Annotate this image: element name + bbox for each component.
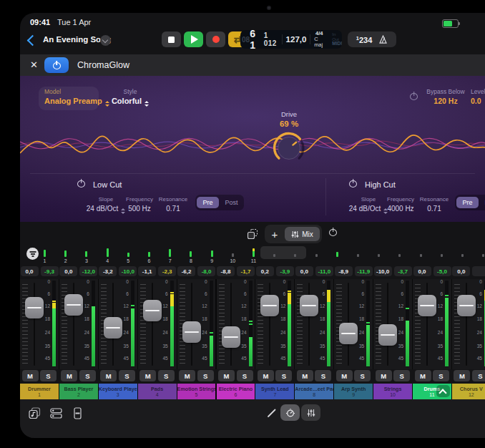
high-cut-power-icon[interactable] (349, 180, 357, 188)
track-name-tab[interactable]: Chorus V 12 (452, 384, 485, 399)
peak-readout[interactable]: -5,0 (433, 266, 451, 276)
lcd-dim-digits: 08 (242, 36, 250, 44)
routing-button[interactable] (47, 405, 64, 421)
mute-button[interactable]: M (454, 370, 470, 381)
count-in-button[interactable]: 1234 (356, 35, 373, 44)
solo-button[interactable]: S (40, 370, 57, 381)
stop-button[interactable] (162, 31, 181, 47)
play-button[interactable] (184, 31, 203, 47)
metronome-icon[interactable] (378, 35, 388, 44)
resonance-value[interactable]: 0.71 (150, 205, 197, 213)
mute-button[interactable]: M (22, 370, 39, 381)
peak-readout[interactable]: -12,0 (79, 266, 97, 276)
track-name-tab[interactable]: Emotion Strings 5 (177, 384, 216, 399)
peak-readout[interactable]: -9,3 (41, 266, 59, 276)
track-name-tab[interactable]: Arp Synth 9 (334, 384, 373, 399)
mute-button[interactable]: M (258, 370, 274, 381)
close-icon[interactable]: ✕ (30, 60, 38, 69)
solo-button[interactable]: S (393, 370, 410, 381)
solo-button[interactable]: S (354, 370, 371, 381)
track-name-tab[interactable]: Strings 10 (373, 384, 412, 399)
track-name-tab[interactable]: Electric Piano 6 (217, 384, 255, 399)
track-name-tab[interactable]: Bass Player 2 (59, 384, 98, 399)
peak-readout[interactable]: -1,7 (237, 266, 255, 276)
mute-button[interactable]: M (218, 370, 235, 381)
mute-button[interactable]: M (297, 370, 313, 381)
peak-readout[interactable]: -2,3 (158, 266, 176, 276)
solo-button[interactable]: S (79, 370, 96, 381)
mix-button[interactable]: Mix (285, 227, 320, 241)
drive-knob[interactable] (272, 131, 306, 165)
mute-button[interactable]: M (415, 370, 431, 381)
mute-button[interactable]: M (139, 370, 156, 381)
peak-hold-mark (406, 308, 409, 309)
mixer-navigator[interactable]: 1234567891011 (20, 246, 485, 263)
track-name-tab[interactable]: Synth Lead 7 (255, 384, 294, 399)
meter-scale: 061218243545 (237, 279, 247, 369)
mixer-view-button[interactable] (301, 404, 320, 421)
fader-slot (34, 283, 35, 366)
mute-button[interactable]: M (61, 370, 77, 381)
add-track-button[interactable]: + (266, 225, 283, 243)
navigator-meter-tick (482, 254, 484, 257)
loop-browser-button[interactable] (26, 405, 43, 421)
peak-readout[interactable]: -3,7 (394, 266, 412, 276)
pre-button[interactable]: Pre (456, 197, 479, 208)
track-name-tab[interactable]: Arcade…eet Pad 8 (295, 384, 333, 399)
mute-button[interactable]: M (179, 370, 195, 381)
lcd-display[interactable]: 08 6 1 1 012 127,0 4/4 C maj In Out MIDI (240, 30, 342, 49)
song-menu-chevron-icon[interactable] (100, 35, 111, 46)
level-value[interactable]: 0.0 (471, 97, 485, 105)
controls-view-button[interactable] (280, 404, 300, 421)
solo-button[interactable]: S (197, 370, 214, 381)
solo-button[interactable]: S (275, 370, 292, 381)
post-button[interactable]: Post (220, 197, 242, 208)
navigator-meter-tick (190, 251, 192, 257)
low-cut-power-icon[interactable] (77, 180, 85, 188)
record-button[interactable] (206, 31, 225, 47)
navigator-window[interactable] (260, 246, 306, 259)
duplicate-button[interactable] (243, 225, 262, 243)
peak-readout[interactable]: -3,9 (276, 266, 294, 276)
peak-readout[interactable]: -11,0 (315, 266, 333, 276)
solo-button[interactable]: S (433, 370, 449, 381)
mute-button[interactable]: M (100, 370, 117, 381)
peak-readout[interactable]: -11,9 (355, 266, 373, 276)
track-number: 1 (20, 392, 59, 397)
track-name-tab[interactable]: Drummer 1 (20, 384, 59, 399)
track-name-tab[interactable]: Keyboard Player 3 (99, 384, 137, 399)
filter-icon[interactable] (26, 248, 39, 260)
solo-button[interactable]: S (158, 370, 175, 381)
peak-readout[interactable] (472, 266, 485, 276)
solo-button[interactable]: S (472, 370, 485, 381)
plugin-power-button[interactable] (44, 57, 69, 73)
bypass-power-icon[interactable] (410, 92, 418, 100)
track-name-tab[interactable]: Drums 11 (413, 384, 451, 399)
fader-panel-button[interactable] (69, 405, 86, 421)
resonance-value[interactable]: 0.71 (411, 205, 458, 213)
faders-icon (291, 230, 299, 238)
mute-button[interactable]: M (336, 370, 353, 381)
navigator-meter-tick (336, 252, 338, 257)
level-meter (170, 281, 174, 367)
solo-button[interactable]: S (119, 370, 135, 381)
back-chevron-icon[interactable] (27, 35, 39, 47)
track-name: Chorus V (452, 386, 485, 392)
post-button[interactable]: Post (480, 197, 485, 208)
edit-button[interactable] (263, 405, 280, 421)
peak-readout[interactable]: -10,0 (119, 266, 137, 276)
peak-readout[interactable]: -8,0 (197, 266, 215, 276)
mute-button[interactable]: M (376, 370, 392, 381)
count-in-metronome-group[interactable]: 1234 (348, 31, 396, 47)
pre-button[interactable]: Pre (197, 197, 219, 208)
channel-power-icon[interactable] (329, 228, 337, 236)
collapse-chevron-icon[interactable] (436, 385, 450, 397)
solo-button[interactable]: S (315, 370, 331, 381)
fader-icon (71, 406, 84, 420)
model-selector[interactable]: Model Analog Preamp (39, 87, 99, 110)
style-selector[interactable]: Style Colorful (104, 88, 156, 107)
meter-scale: 061218243545 (119, 279, 129, 369)
bypass-below-value[interactable]: 120 Hz (421, 97, 471, 105)
track-name-tab[interactable]: Pads 4 (138, 384, 177, 399)
solo-button[interactable]: S (237, 370, 253, 381)
